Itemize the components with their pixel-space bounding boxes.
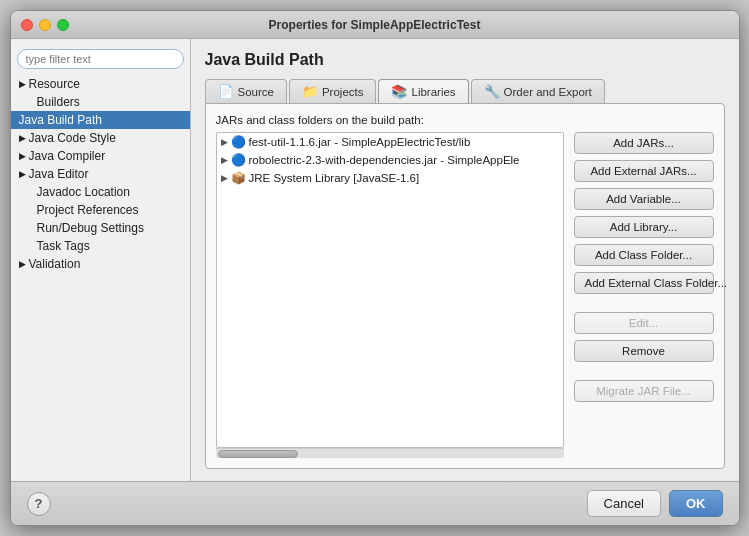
sidebar-item-label: Resource	[29, 77, 80, 91]
sidebar-item-java-compiler[interactable]: ▶ Java Compiler	[11, 147, 190, 165]
close-button[interactable]	[21, 19, 33, 31]
sidebar: ▶ Resource Builders Java Build Path ▶ Ja…	[11, 39, 191, 481]
help-button[interactable]: ?	[27, 492, 51, 516]
tree-item-label: robolectric-2.3-with-dependencies.jar - …	[249, 154, 520, 166]
sidebar-item-label: Task Tags	[37, 239, 90, 253]
jar-icon: 🔵	[231, 153, 246, 167]
button-panel: Add JARs... Add External JARs... Add Var…	[574, 132, 714, 458]
sidebar-item-label: Builders	[37, 95, 80, 109]
order-tab-icon: 🔧	[484, 84, 500, 99]
content-panel: JARs and class folders on the build path…	[205, 103, 725, 469]
tree-panel[interactable]: ▶ 🔵 fest-util-1.1.6.jar - SimpleAppElect…	[216, 132, 564, 448]
sidebar-item-java-build-path[interactable]: Java Build Path	[11, 111, 190, 129]
migrate-jar-button[interactable]: Migrate JAR File...	[574, 380, 714, 402]
sidebar-item-label: Java Compiler	[29, 149, 106, 163]
page-title: Java Build Path	[205, 51, 725, 69]
button-spacer	[574, 300, 714, 306]
projects-tab-icon: 📁	[302, 84, 318, 99]
ok-button[interactable]: OK	[669, 490, 723, 517]
tree-item-label: JRE System Library [JavaSE-1.6]	[249, 172, 420, 184]
sidebar-item-javadoc[interactable]: Javadoc Location	[11, 183, 190, 201]
jar-icon: 🔵	[231, 135, 246, 149]
tree-item-robolectric-jar[interactable]: ▶ 🔵 robolectric-2.3-with-dependencies.ja…	[217, 151, 563, 169]
sidebar-item-task-tags[interactable]: Task Tags	[11, 237, 190, 255]
footer-right: Cancel OK	[587, 490, 723, 517]
arrow-icon: ▶	[19, 259, 26, 269]
titlebar: Properties for SimpleAppElectricTest	[11, 11, 739, 39]
sidebar-item-java-code-style[interactable]: ▶ Java Code Style	[11, 129, 190, 147]
panel-body: ▶ 🔵 fest-util-1.1.6.jar - SimpleAppElect…	[216, 132, 714, 458]
sidebar-item-label: Run/Debug Settings	[37, 221, 144, 235]
tab-order-export[interactable]: 🔧 Order and Export	[471, 79, 605, 103]
horizontal-scrollbar[interactable]	[216, 448, 564, 458]
tab-order-export-label: Order and Export	[504, 86, 592, 98]
dialog-footer: ? Cancel OK	[11, 481, 739, 525]
tree-item-jre-library[interactable]: ▶ 📦 JRE System Library [JavaSE-1.6]	[217, 169, 563, 187]
sidebar-item-label: Project References	[37, 203, 139, 217]
dialog-body: ▶ Resource Builders Java Build Path ▶ Ja…	[11, 39, 739, 481]
library-icon: 📦	[231, 171, 246, 185]
sidebar-item-resource[interactable]: ▶ Resource	[11, 75, 190, 93]
tab-projects[interactable]: 📁 Projects	[289, 79, 377, 103]
tree-arrow-icon: ▶	[221, 155, 228, 165]
minimize-button[interactable]	[39, 19, 51, 31]
tab-projects-label: Projects	[322, 86, 364, 98]
add-jars-button[interactable]: Add JARs...	[574, 132, 714, 154]
filter-input[interactable]	[17, 49, 184, 69]
tree-item-label: fest-util-1.1.6.jar - SimpleAppElectricT…	[249, 136, 471, 148]
main-content: Java Build Path 📄 Source 📁 Projects 📚 Li…	[191, 39, 739, 481]
edit-button[interactable]: Edit...	[574, 312, 714, 334]
tabs-row: 📄 Source 📁 Projects 📚 Libraries 🔧 Order …	[205, 79, 725, 103]
tree-arrow-icon: ▶	[221, 173, 228, 183]
add-external-class-folder-button[interactable]: Add External Class Folder...	[574, 272, 714, 294]
sidebar-item-label: Java Code Style	[29, 131, 116, 145]
sidebar-item-label: Java Build Path	[19, 113, 102, 127]
sidebar-item-label: Validation	[29, 257, 81, 271]
tree-container: ▶ 🔵 fest-util-1.1.6.jar - SimpleAppElect…	[216, 132, 564, 458]
properties-dialog: Properties for SimpleAppElectricTest ▶ R…	[10, 10, 740, 526]
libraries-tab-icon: 📚	[391, 84, 407, 99]
cancel-button[interactable]: Cancel	[587, 490, 661, 517]
tree-item-fest-jar[interactable]: ▶ 🔵 fest-util-1.1.6.jar - SimpleAppElect…	[217, 133, 563, 151]
scrollbar-thumb[interactable]	[218, 450, 298, 458]
arrow-icon: ▶	[19, 79, 26, 89]
add-external-jars-button[interactable]: Add External JARs...	[574, 160, 714, 182]
button-spacer-2	[574, 368, 714, 374]
arrow-icon: ▶	[19, 169, 26, 179]
tree-arrow-icon: ▶	[221, 137, 228, 147]
tab-source[interactable]: 📄 Source	[205, 79, 287, 103]
sidebar-item-builders[interactable]: Builders	[11, 93, 190, 111]
tab-source-label: Source	[238, 86, 274, 98]
add-library-button[interactable]: Add Library...	[574, 216, 714, 238]
add-class-folder-button[interactable]: Add Class Folder...	[574, 244, 714, 266]
arrow-icon: ▶	[19, 151, 26, 161]
sidebar-item-validation[interactable]: ▶ Validation	[11, 255, 190, 273]
sidebar-item-project-references[interactable]: Project References	[11, 201, 190, 219]
filter-input-wrap	[11, 45, 190, 75]
sidebar-item-run-debug[interactable]: Run/Debug Settings	[11, 219, 190, 237]
sidebar-item-java-editor[interactable]: ▶ Java Editor	[11, 165, 190, 183]
maximize-button[interactable]	[57, 19, 69, 31]
panel-description: JARs and class folders on the build path…	[216, 114, 714, 126]
add-variable-button[interactable]: Add Variable...	[574, 188, 714, 210]
sidebar-item-label: Javadoc Location	[37, 185, 130, 199]
sidebar-item-label: Java Editor	[29, 167, 89, 181]
remove-button[interactable]: Remove	[574, 340, 714, 362]
tab-libraries[interactable]: 📚 Libraries	[378, 79, 468, 103]
tab-libraries-label: Libraries	[411, 86, 455, 98]
arrow-icon: ▶	[19, 133, 26, 143]
source-tab-icon: 📄	[218, 84, 234, 99]
traffic-lights	[21, 19, 69, 31]
dialog-title: Properties for SimpleAppElectricTest	[269, 18, 481, 32]
